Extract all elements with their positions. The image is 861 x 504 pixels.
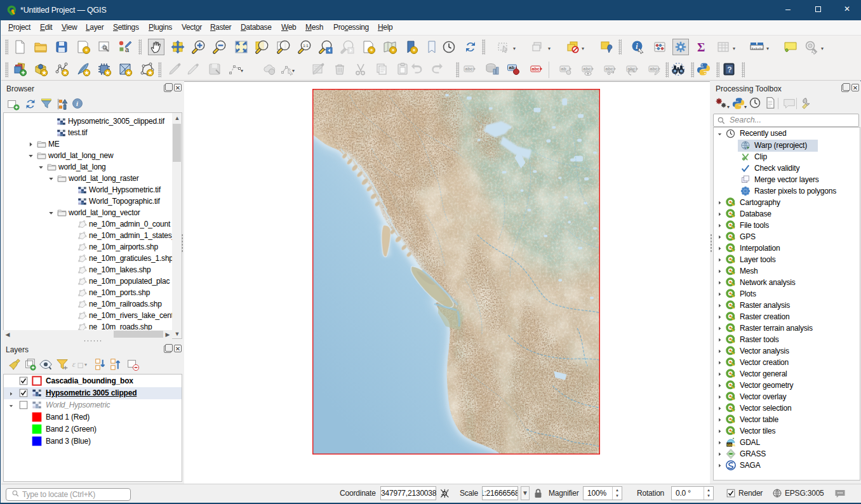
svg-text:abc: abc — [606, 67, 613, 71]
svg-text:abc: abc — [532, 67, 540, 71]
svg-text:1:1: 1:1 — [303, 44, 309, 48]
svg-text:abc: abc — [584, 67, 591, 71]
svg-text:ab: ab — [561, 67, 566, 71]
svg-text:abc: abc — [650, 67, 658, 71]
svg-text:Σ: Σ — [697, 41, 705, 54]
svg-text:abc: abc — [465, 67, 473, 71]
svg-text:?: ? — [727, 65, 731, 74]
svg-text:GDAL: GDAL — [727, 444, 736, 447]
svg-text:ε: ε — [72, 360, 76, 369]
svg-text:i: i — [76, 100, 78, 107]
